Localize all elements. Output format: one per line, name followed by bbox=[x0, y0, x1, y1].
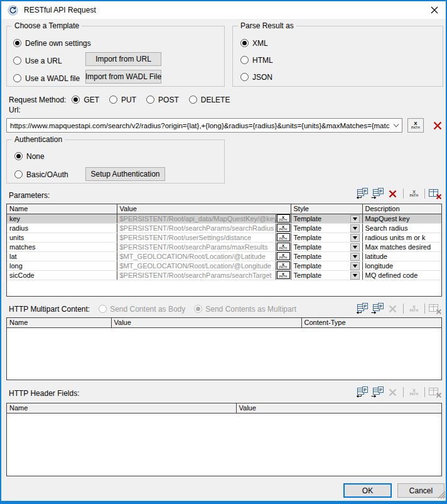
parameter-row[interactable]: key$PERSISTENT/Root/api_data/MapQuestKey… bbox=[7, 214, 441, 223]
param-name-cell[interactable]: sicCode bbox=[7, 270, 117, 280]
radio-json[interactable]: JSON bbox=[240, 72, 272, 82]
param-value-cell[interactable]: $MT_GEOLOCATION/Root/Location/@Latitude bbox=[117, 251, 276, 261]
radio-icon[interactable] bbox=[240, 56, 249, 64]
param-value-cell[interactable]: $PERSISTENT/Root/api_data/MapQuestKey/@k… bbox=[117, 214, 276, 223]
parameter-row[interactable]: long$MT_GEOLOCATION/Root/Location/@Longi… bbox=[7, 261, 441, 270]
param-style-cell[interactable]: Template bbox=[291, 261, 362, 270]
xpath-button[interactable]: XPATH bbox=[277, 224, 290, 232]
param-style-cell[interactable]: Template bbox=[291, 233, 362, 242]
param-value-cell[interactable]: $MT_GEOLOCATION/Root/Location/@Longitude bbox=[117, 261, 276, 270]
multipart-table[interactable]: Name Value Content-Type bbox=[6, 317, 442, 380]
ok-button[interactable]: OK bbox=[343, 483, 392, 498]
parameter-row[interactable]: lat$MT_GEOLOCATION/Root/Location/@Latitu… bbox=[7, 251, 441, 261]
triangle-down-icon[interactable] bbox=[350, 262, 360, 270]
delete-all-parameters-icon[interactable] bbox=[428, 188, 443, 200]
param-description-cell[interactable]: Max matches desired bbox=[362, 242, 441, 251]
clear-url-icon[interactable] bbox=[429, 119, 445, 133]
header-fields-table[interactable]: Name Value bbox=[6, 403, 442, 476]
insert-parameter-icon[interactable]: P bbox=[370, 188, 384, 200]
close-icon[interactable] bbox=[423, 1, 446, 19]
radio-icon[interactable] bbox=[189, 96, 197, 104]
delete-parameter-icon[interactable] bbox=[385, 188, 400, 200]
param-description-cell[interactable]: longitude bbox=[362, 261, 441, 270]
column-header-value[interactable]: Value bbox=[117, 204, 291, 214]
triangle-down-icon[interactable] bbox=[350, 234, 360, 242]
triangle-down-icon[interactable] bbox=[350, 271, 360, 280]
param-description-cell[interactable]: Search radius bbox=[362, 223, 441, 233]
setup-authentication-button[interactable]: Setup Authentication bbox=[85, 167, 165, 181]
param-value-cell[interactable]: $PERSISTENT/Root/searchParams/searchRadi… bbox=[117, 223, 276, 233]
radio-put[interactable]: PUT bbox=[109, 95, 136, 104]
param-style-cell[interactable]: Template bbox=[291, 223, 362, 233]
multipart-header-row[interactable]: Name Value Content-Type bbox=[7, 318, 441, 327]
param-description-cell[interactable]: MapQuest key bbox=[362, 214, 441, 223]
radio-icon[interactable] bbox=[109, 96, 117, 104]
param-style-cell[interactable]: Template bbox=[291, 242, 362, 251]
url-combobox[interactable]: https://www.mapquestapi.com/search/v2/ra… bbox=[6, 118, 402, 133]
xpath-button[interactable]: XPATH bbox=[277, 261, 290, 270]
xpath-button[interactable]: XPATH bbox=[277, 252, 290, 260]
parameter-row[interactable]: sicCode$PERSISTENT/Root/searchParams/sea… bbox=[7, 270, 441, 280]
param-name-cell[interactable]: lat bbox=[7, 251, 117, 261]
radio-post[interactable]: POST bbox=[146, 95, 179, 104]
url-value[interactable]: https://www.mapquestapi.com/search/v2/ra… bbox=[7, 122, 390, 129]
column-header-value[interactable]: Value bbox=[111, 318, 301, 327]
radio-icon[interactable] bbox=[13, 57, 21, 65]
triangle-down-icon[interactable] bbox=[350, 215, 360, 223]
append-multipart-icon[interactable]: P bbox=[354, 303, 369, 315]
param-name-cell[interactable]: key bbox=[7, 214, 117, 223]
column-header-name[interactable]: Name bbox=[7, 403, 236, 413]
header-fields-header-row[interactable]: Name Value bbox=[7, 403, 441, 413]
radio-delete[interactable]: DELETE bbox=[189, 95, 230, 104]
radio-none[interactable]: None bbox=[14, 151, 45, 161]
param-description-cell[interactable]: MQ defined code bbox=[362, 270, 441, 280]
xpath-button[interactable]: XPATH bbox=[277, 233, 290, 241]
triangle-down-icon[interactable] bbox=[350, 243, 360, 251]
radio-html[interactable]: HTML bbox=[240, 55, 273, 65]
param-value-cell[interactable]: $PERSISTENT/Root/searchParams/searchTarg… bbox=[117, 270, 276, 280]
resize-grip[interactable] bbox=[438, 490, 446, 501]
column-header-value[interactable]: Value bbox=[236, 403, 441, 413]
triangle-down-icon[interactable] bbox=[350, 253, 360, 261]
param-value-cell[interactable]: $PERSISTENT/Root/userSettings/distance bbox=[117, 233, 276, 242]
radio-xml[interactable]: XML bbox=[240, 38, 268, 48]
radio-icon[interactable] bbox=[240, 73, 249, 81]
parameter-row[interactable]: matches$PERSISTENT/Root/searchParams/max… bbox=[7, 242, 441, 251]
radio-define-own-settings[interactable]: Define own settings bbox=[13, 38, 91, 48]
radio-icon[interactable] bbox=[240, 39, 249, 47]
chevron-down-icon[interactable] bbox=[390, 119, 402, 132]
xpath-button[interactable]: XPATH bbox=[277, 271, 290, 279]
column-header-description[interactable]: Description bbox=[362, 204, 441, 214]
param-name-cell[interactable]: matches bbox=[7, 242, 117, 251]
parameters-table[interactable]: Name Value Style Description key$PERSIST… bbox=[6, 204, 442, 297]
insert-header-field-icon[interactable]: P bbox=[370, 386, 384, 398]
column-header-content-type[interactable]: Content-Type bbox=[301, 318, 441, 327]
param-description-cell[interactable]: radious units m or k bbox=[362, 233, 441, 242]
param-name-cell[interactable]: units bbox=[7, 233, 117, 242]
radio-use-a-wadl-file[interactable]: Use a WADL file bbox=[13, 74, 80, 83]
insert-multipart-icon[interactable]: P bbox=[370, 303, 384, 315]
param-name-cell[interactable]: long bbox=[7, 261, 117, 270]
radio-icon[interactable] bbox=[146, 96, 154, 104]
param-style-cell[interactable]: Template bbox=[291, 214, 362, 223]
parameters-header-row[interactable]: Name Value Style Description bbox=[7, 204, 441, 214]
radio-icon[interactable] bbox=[14, 152, 23, 160]
radio-use-a-url[interactable]: Use a URL bbox=[13, 56, 62, 65]
param-style-cell[interactable]: Template bbox=[291, 270, 362, 280]
append-header-field-icon[interactable]: P bbox=[354, 386, 369, 398]
param-value-cell[interactable]: $PERSISTENT/Root/searchParams/maxResults bbox=[117, 242, 276, 251]
param-name-cell[interactable]: radius bbox=[7, 223, 117, 233]
radio-icon[interactable] bbox=[13, 74, 21, 82]
xpath-button[interactable]: XPATH bbox=[277, 214, 290, 222]
url-xpath-button[interactable]: X PATH bbox=[407, 118, 424, 133]
triangle-down-icon[interactable] bbox=[350, 224, 360, 233]
radio-icon[interactable] bbox=[14, 170, 23, 178]
import-from-url-button[interactable]: Import from URL bbox=[85, 52, 161, 66]
radio-icon[interactable] bbox=[72, 96, 80, 104]
column-header-name[interactable]: Name bbox=[7, 318, 111, 327]
xpath-button[interactable]: XPATH bbox=[277, 243, 290, 251]
column-header-name[interactable]: Name bbox=[7, 204, 117, 214]
append-parameter-icon[interactable]: P bbox=[354, 188, 369, 200]
parameter-row[interactable]: radius$PERSISTENT/Root/searchParams/sear… bbox=[7, 223, 441, 233]
param-style-cell[interactable]: Template bbox=[291, 251, 362, 261]
